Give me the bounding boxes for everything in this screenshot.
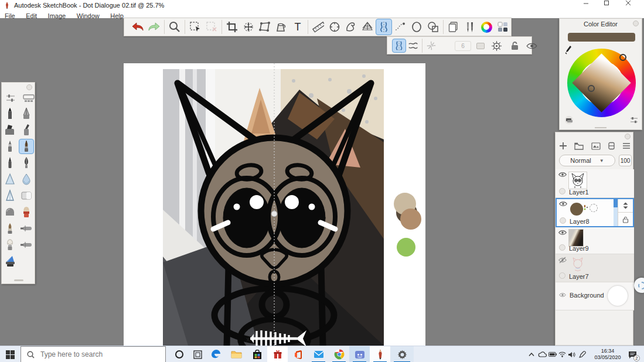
color-sliders-icon[interactable]	[630, 116, 638, 124]
layer-group-button[interactable]	[574, 142, 584, 150]
tray-clock[interactable]: 16:34 03/05/2020	[591, 348, 625, 361]
color-editor-collapse-button[interactable]	[633, 21, 639, 26]
selection-tool[interactable]	[187, 19, 203, 35]
layer8-lock-indicator[interactable]	[560, 217, 566, 224]
brush-airbrush-pen[interactable]	[19, 106, 34, 121]
layer-row-background[interactable]: Background	[556, 282, 634, 310]
brush-detail-tuft[interactable]	[2, 221, 18, 236]
menu-help[interactable]: Help	[110, 12, 124, 19]
store-icon[interactable]	[247, 346, 267, 362]
file-explorer-icon[interactable]	[226, 346, 247, 362]
zoom-tool[interactable]	[166, 19, 183, 35]
brush-pencil[interactable]	[2, 106, 18, 121]
blend-mode-dropdown[interactable]: Normal ▼	[559, 155, 615, 166]
chrome-icon[interactable]	[329, 346, 349, 362]
layer1-lock-indicator[interactable]	[559, 188, 565, 194]
menu-window[interactable]: Window	[77, 12, 100, 19]
layer-stack-button[interactable]	[608, 142, 615, 150]
move-axis-button[interactable]	[489, 39, 503, 53]
layer-row-layer7[interactable]: Layer7	[556, 254, 634, 282]
notification-center-button[interactable]: 2	[623, 346, 641, 362]
maximize-button[interactable]	[604, 0, 623, 11]
layer9-visibility-icon[interactable]	[558, 230, 567, 235]
symmetry-x-toggle[interactable]	[406, 39, 420, 53]
diamond-selector[interactable]	[588, 85, 595, 92]
brush-fineliner[interactable]	[2, 155, 18, 170]
visibility-toggle[interactable]	[524, 39, 539, 53]
close-button[interactable]	[625, 0, 644, 11]
radial-symmetry-toggle[interactable]	[424, 39, 438, 53]
layer8-scroll-strip[interactable]	[614, 199, 618, 226]
brush-marker-chisel[interactable]	[2, 122, 18, 138]
discord-icon[interactable]	[349, 346, 370, 362]
layer-options-button[interactable]	[445, 19, 462, 35]
layers-collapse-button[interactable]	[625, 134, 631, 139]
edge-icon[interactable]	[205, 346, 226, 362]
menu-image[interactable]: Image	[48, 12, 66, 19]
palette-drag-handle[interactable]	[14, 279, 23, 281]
layer8-lock-button[interactable]	[618, 213, 633, 226]
brush-airbrush-nozzle-1[interactable]	[19, 221, 34, 236]
layer8-reorder-button[interactable]	[618, 199, 633, 213]
redo-button[interactable]	[146, 19, 162, 35]
brush-eraser-hard[interactable]	[2, 204, 18, 220]
layer-row-layer9[interactable]: Layer9	[556, 227, 634, 254]
ruler-tool[interactable]	[310, 19, 326, 35]
brush-paintbrush-selected[interactable]	[19, 139, 34, 154]
nudge-tool[interactable]	[240, 19, 257, 35]
brush-settings-icon[interactable]	[5, 93, 16, 104]
palette-collapse-button[interactable]	[26, 84, 32, 90]
settings-icon[interactable]	[390, 346, 414, 362]
layer-opacity-field[interactable]: 100	[619, 155, 632, 166]
undo-button[interactable]	[130, 19, 146, 35]
brush-shaving-brush[interactable]	[19, 204, 34, 220]
steady-stroke-tool[interactable]	[392, 19, 408, 35]
gift-app-icon[interactable]	[267, 346, 288, 362]
perspective-tool[interactable]	[359, 19, 376, 35]
sector-count-slider[interactable]	[476, 43, 485, 49]
canvas[interactable]: x	[124, 63, 425, 346]
brush-water-drop[interactable]	[19, 172, 34, 187]
tray-pen-icon[interactable]	[577, 346, 588, 362]
symmetry-axis-handle[interactable]	[271, 211, 277, 217]
layers-menu-button[interactable]	[622, 142, 631, 149]
color-wheel-button[interactable]	[478, 19, 495, 35]
layer7-visibility-off-icon[interactable]	[558, 257, 567, 264]
crop-tool[interactable]	[224, 19, 240, 35]
brush-library-button[interactable]	[462, 19, 478, 35]
french-curve-tool[interactable]	[343, 19, 359, 35]
sketchbook-icon[interactable]	[370, 346, 390, 362]
swatch-book-icon[interactable]	[564, 116, 574, 124]
sector-count-field[interactable]: 6	[455, 41, 471, 51]
tray-volume-icon[interactable]	[566, 346, 577, 362]
search-input[interactable]	[39, 350, 156, 359]
menu-file[interactable]: File	[5, 12, 15, 19]
brush-crown-tuft[interactable]	[2, 237, 18, 252]
minimize-button[interactable]	[583, 0, 603, 11]
menu-edit[interactable]: Edit	[26, 12, 37, 19]
layer9-lock-indicator[interactable]	[559, 244, 565, 251]
color-editor-drag-handle[interactable]	[595, 127, 606, 128]
layer7-lock-indicator[interactable]	[559, 272, 565, 279]
ellipse-guide-tool[interactable]	[326, 19, 343, 35]
ellipse-tool[interactable]	[408, 19, 425, 35]
brush-marker-angled[interactable]	[19, 122, 34, 138]
office-icon[interactable]	[288, 346, 308, 362]
taskbar-search[interactable]	[21, 346, 166, 362]
brush-ballpoint[interactable]	[2, 139, 18, 154]
layer8-visibility-icon[interactable]	[559, 201, 567, 207]
cortana-button[interactable]	[169, 346, 189, 362]
distort-transform-tool[interactable]	[257, 19, 273, 35]
background-visibility-icon[interactable]	[559, 292, 566, 298]
lock-axis-button[interactable]	[507, 39, 522, 53]
brush-eraser-soft[interactable]	[19, 188, 34, 203]
brush-ink-nib[interactable]	[19, 155, 34, 170]
symmetry-y-tool[interactable]	[376, 19, 392, 35]
deselect-tool[interactable]	[203, 19, 220, 35]
shapes-tool[interactable]	[425, 19, 441, 35]
color-wheel[interactable]	[567, 49, 636, 117]
flood-fill-tool[interactable]	[273, 19, 289, 35]
brush-cone-outline[interactable]	[2, 188, 18, 203]
layer-row-layer8-selected[interactable]: Layer8	[556, 198, 634, 227]
tray-onedrive-icon[interactable]	[537, 346, 547, 362]
